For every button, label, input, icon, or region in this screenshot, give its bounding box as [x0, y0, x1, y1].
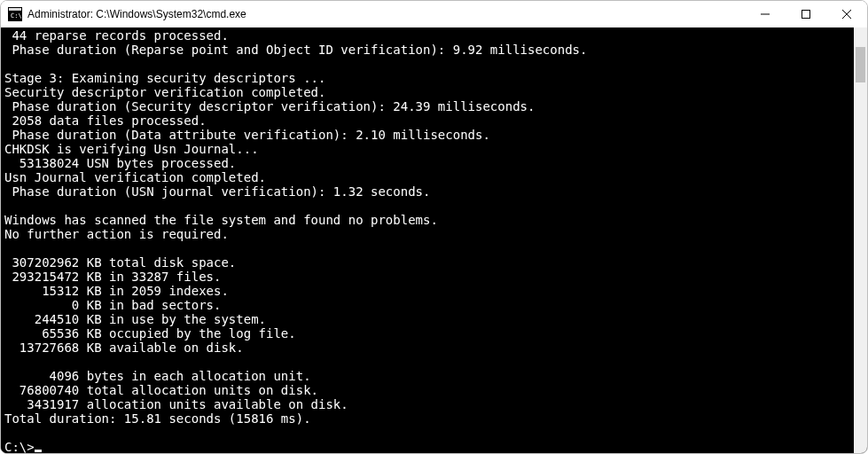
minimize-button[interactable] — [745, 1, 786, 27]
close-button[interactable] — [826, 1, 867, 27]
vertical-scrollbar[interactable] — [854, 27, 867, 454]
cmd-icon: C:\ — [8, 7, 22, 21]
cursor — [35, 450, 42, 452]
cmd-window: C:\ Administrator: C:\Windows\System32\c… — [0, 0, 868, 454]
window-title: Administrator: C:\Windows\System32\cmd.e… — [27, 8, 246, 20]
command-prompt[interactable]: C:\> — [4, 440, 35, 454]
client-area: 44 reparse records processed. Phase dura… — [1, 27, 867, 454]
svg-rect-1 — [9, 8, 21, 11]
svg-rect-4 — [802, 11, 810, 19]
console-output[interactable]: 44 reparse records processed. Phase dura… — [1, 27, 854, 454]
titlebar[interactable]: C:\ Administrator: C:\Windows\System32\c… — [1, 1, 867, 27]
svg-text:C:\: C:\ — [11, 12, 22, 20]
maximize-button[interactable] — [786, 1, 826, 27]
scrollbar-thumb[interactable] — [856, 47, 865, 82]
